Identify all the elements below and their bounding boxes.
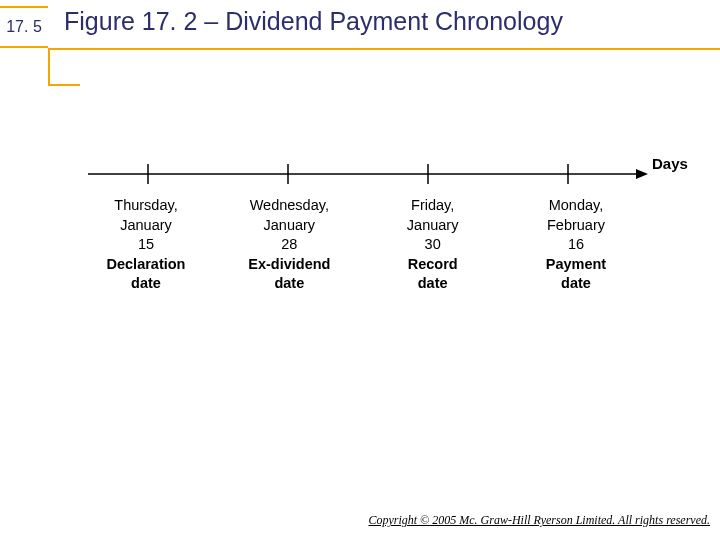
copyright-text: Copyright © 2005 Mc. Graw-Hill Ryerson L… — [368, 513, 710, 527]
svg-marker-1 — [636, 169, 648, 179]
event-label-line2: date — [363, 274, 503, 294]
event-month: February — [506, 216, 646, 236]
event-label-line2: date — [506, 274, 646, 294]
event-label-line1: Payment — [506, 255, 646, 275]
event-weekday: Monday, — [506, 196, 646, 216]
slide-title: Figure 17. 2 – Dividend Payment Chronolo… — [64, 6, 563, 36]
timeline-axis — [88, 160, 648, 190]
event-month: January — [219, 216, 359, 236]
event-label-line2: date — [219, 274, 359, 294]
axis-label: Days — [652, 155, 688, 172]
event-label-line1: Ex-dividend — [219, 255, 359, 275]
event-daynum: 15 — [76, 235, 216, 255]
event-declaration: Thursday, January 15 Declaration date — [76, 196, 216, 294]
event-label-line1: Record — [363, 255, 503, 275]
event-label-line1: Declaration — [76, 255, 216, 275]
event-exdividend: Wednesday, January 28 Ex-dividend date — [219, 196, 359, 294]
event-weekday: Wednesday, — [219, 196, 359, 216]
decor-vline — [48, 48, 50, 84]
events-row: Thursday, January 15 Declaration date We… — [76, 196, 646, 294]
event-month: January — [363, 216, 503, 236]
timeline — [88, 160, 648, 190]
section-number: 17. 5 — [6, 18, 42, 36]
event-daynum: 28 — [219, 235, 359, 255]
event-daynum: 16 — [506, 235, 646, 255]
decor-underline — [48, 48, 720, 50]
event-record: Friday, January 30 Record date — [363, 196, 503, 294]
event-payment: Monday, February 16 Payment date — [506, 196, 646, 294]
event-weekday: Thursday, — [76, 196, 216, 216]
event-label-line2: date — [76, 274, 216, 294]
event-daynum: 30 — [363, 235, 503, 255]
event-month: January — [76, 216, 216, 236]
slide: 17. 5 Figure 17. 2 – Dividend Payment Ch… — [0, 0, 720, 540]
decor-hline — [48, 84, 80, 86]
section-badge: 17. 5 — [0, 6, 48, 48]
event-weekday: Friday, — [363, 196, 503, 216]
copyright-notice: Copyright © 2005 Mc. Graw-Hill Ryerson L… — [368, 513, 710, 528]
